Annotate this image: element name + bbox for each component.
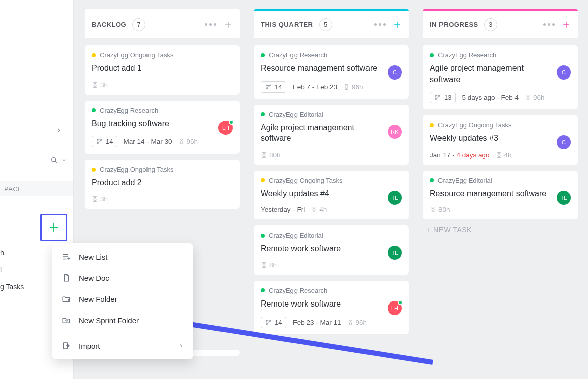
assignee-avatar[interactable]: C bbox=[557, 65, 571, 80]
card-meta: Jan 17 - 4 days ago 4h bbox=[430, 151, 571, 159]
column-add-button[interactable] bbox=[562, 20, 571, 29]
assignee-avatar[interactable]: TL bbox=[388, 246, 402, 260]
svg-point-4 bbox=[266, 85, 267, 86]
card-dates: Mar 14 - Mar 30 bbox=[123, 138, 172, 145]
svg-point-1 bbox=[97, 139, 98, 140]
task-card[interactable]: CrazyEgg Ongoing TasksWeekly updates #4T… bbox=[254, 171, 409, 220]
card-title: Weekly updates #4 bbox=[261, 188, 402, 199]
assignee-avatar[interactable]: RK bbox=[388, 125, 402, 139]
sidebar-add-button[interactable] bbox=[40, 214, 67, 241]
assignee-avatar[interactable]: C bbox=[557, 135, 571, 149]
card-title: Resource management software bbox=[430, 188, 571, 199]
task-card[interactable]: CrazyEgg ResearchRemote work softwareLH … bbox=[254, 281, 409, 334]
svg-point-2 bbox=[97, 143, 98, 144]
assignee-avatar[interactable]: LH bbox=[218, 121, 233, 135]
card-meta: 80h bbox=[430, 206, 571, 213]
assignee-avatar[interactable]: TL bbox=[388, 191, 402, 205]
project-dot-icon bbox=[261, 53, 265, 57]
sidebar-space-label[interactable]: PACE bbox=[0, 181, 74, 196]
column-title: BACKLOG bbox=[92, 21, 126, 28]
column-menu-icon[interactable] bbox=[374, 23, 386, 26]
sidebar-search[interactable] bbox=[50, 156, 67, 164]
sidebar-chevron-right-icon[interactable] bbox=[55, 127, 62, 136]
svg-point-11 bbox=[435, 99, 436, 100]
card-project: CrazyEgg Research bbox=[261, 51, 402, 59]
card-hours: 4h bbox=[311, 206, 327, 213]
task-card[interactable]: CrazyEgg Ongoing TasksProduct add 1 3h bbox=[85, 45, 240, 95]
project-dot-icon bbox=[430, 123, 434, 127]
card-title: Agile project management software bbox=[430, 63, 571, 85]
svg-point-12 bbox=[439, 95, 440, 96]
svg-point-9 bbox=[270, 320, 271, 321]
card-hours: 80h bbox=[430, 206, 450, 213]
card-project: CrazyEgg Ongoing Tasks bbox=[430, 121, 571, 129]
card-hours: 4h bbox=[496, 151, 512, 159]
import-icon bbox=[61, 341, 71, 351]
menu-import[interactable]: Import bbox=[52, 335, 193, 356]
card-project: CrazyEgg Ongoing Tasks bbox=[92, 51, 233, 59]
project-dot-icon bbox=[92, 53, 96, 57]
card-title: Product add 1 bbox=[92, 63, 233, 74]
column-count: 7 bbox=[132, 18, 145, 31]
svg-point-7 bbox=[266, 320, 267, 321]
subtask-count-pill[interactable]: 14 bbox=[261, 81, 286, 93]
task-card[interactable]: CrazyEgg Ongoing TasksProduct add 2 3h bbox=[85, 160, 240, 209]
card-hours: 96h bbox=[525, 94, 545, 101]
menu-new-folder[interactable]: New Folder bbox=[52, 288, 193, 310]
card-list: CrazyEgg ResearchResource management sof… bbox=[254, 45, 409, 334]
task-card[interactable]: CrazyEgg Ongoing TasksWeekly updates #3C… bbox=[423, 115, 578, 165]
column-title: THIS QUARTER bbox=[261, 21, 313, 28]
column-menu-icon[interactable] bbox=[543, 23, 555, 26]
card-title: Resource management software bbox=[261, 63, 402, 74]
subtask-count-pill[interactable]: 13 bbox=[430, 92, 456, 103]
new-task-button[interactable]: + NEW TASK bbox=[423, 225, 578, 234]
card-project: CrazyEgg Ongoing Tasks bbox=[92, 166, 233, 173]
card-dates: 5 days ago - Feb 4 bbox=[462, 94, 519, 101]
column-header: THIS QUARTER5 bbox=[254, 9, 409, 38]
subtask-count-pill[interactable]: 14 bbox=[261, 317, 286, 328]
menu-new-sprint-folder[interactable]: New Sprint Folder bbox=[52, 310, 193, 331]
card-dates: Jan 17 - 4 days ago bbox=[430, 151, 490, 159]
card-dates: Feb 23 - Mar 11 bbox=[292, 319, 341, 326]
svg-point-5 bbox=[266, 88, 267, 89]
project-dot-icon bbox=[261, 112, 265, 116]
task-card[interactable]: CrazyEgg EditorialRemote work softwareTL… bbox=[254, 225, 409, 275]
card-meta: 80h bbox=[261, 151, 402, 159]
card-meta: 8h bbox=[261, 261, 402, 269]
assignee-avatar[interactable]: LH bbox=[388, 301, 402, 315]
menu-separator bbox=[52, 333, 193, 333]
card-title: Agile project management software bbox=[261, 122, 402, 144]
task-card[interactable]: CrazyEgg ResearchBug tracking softwareLH… bbox=[85, 101, 240, 154]
menu-label: New Sprint Folder bbox=[79, 316, 139, 325]
card-hours: 80h bbox=[261, 151, 281, 159]
card-project: CrazyEgg Research bbox=[430, 51, 571, 59]
card-hours: 3h bbox=[92, 195, 108, 203]
menu-label: Import bbox=[79, 342, 100, 350]
add-menu-popup: New List New Doc New Folder New Sprint F… bbox=[52, 243, 193, 359]
task-card[interactable]: CrazyEgg EditorialResource management so… bbox=[423, 171, 578, 220]
column-menu-icon[interactable] bbox=[205, 23, 216, 26]
menu-new-list[interactable]: New List bbox=[52, 246, 193, 267]
subtask-count-pill[interactable]: 14 bbox=[92, 136, 117, 147]
assignee-avatar[interactable]: TL bbox=[557, 191, 571, 205]
svg-point-6 bbox=[270, 85, 271, 86]
sprint-folder-icon bbox=[61, 315, 71, 325]
assignee-avatar[interactable]: C bbox=[388, 65, 402, 80]
task-card[interactable]: CrazyEgg EditorialAgile project manageme… bbox=[254, 105, 409, 165]
board-column: THIS QUARTER5CrazyEgg ResearchResource m… bbox=[254, 9, 409, 379]
card-title: Bug tracking software bbox=[92, 118, 233, 129]
card-title: Product add 2 bbox=[92, 177, 233, 188]
task-card[interactable]: CrazyEgg ResearchAgile project managemen… bbox=[423, 45, 578, 109]
project-dot-icon bbox=[92, 168, 96, 172]
card-title: Remote work software bbox=[261, 243, 402, 254]
project-dot-icon bbox=[430, 178, 434, 182]
project-dot-icon bbox=[261, 288, 265, 292]
column-add-button[interactable] bbox=[224, 20, 233, 29]
card-hours: 8h bbox=[261, 261, 277, 269]
column-header: IN PROGRESS3 bbox=[423, 9, 578, 38]
column-add-button[interactable] bbox=[393, 20, 402, 29]
column-title: IN PROGRESS bbox=[430, 21, 478, 28]
task-card[interactable]: CrazyEgg ResearchResource management sof… bbox=[254, 45, 409, 99]
menu-new-doc[interactable]: New Doc bbox=[52, 267, 193, 288]
menu-label: New Doc bbox=[79, 274, 109, 282]
